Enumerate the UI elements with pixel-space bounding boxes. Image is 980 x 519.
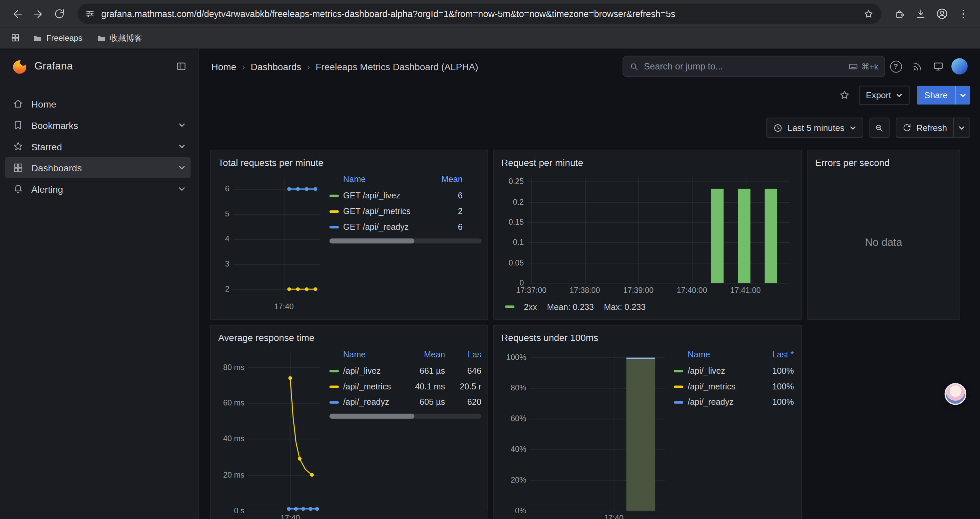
zoom-out-icon[interactable] [870, 118, 889, 137]
reload-icon[interactable] [49, 3, 70, 24]
extensions-icon[interactable] [889, 3, 910, 24]
panel-title[interactable]: Average response time [218, 332, 480, 344]
sidebar-item-bookmarks[interactable]: Bookmarks [5, 115, 191, 136]
series-name[interactable]: GET /api/_metrics [343, 206, 434, 216]
bookmark-star-icon[interactable] [863, 8, 874, 19]
search-icon [629, 62, 639, 71]
series-name[interactable]: /api/_livez [343, 366, 406, 375]
legend-col-name[interactable]: Name [674, 350, 761, 359]
browser-menu-icon[interactable]: ⋮ [953, 3, 974, 24]
series-name[interactable]: GET /api/_readyz [343, 222, 434, 232]
scrollbar-thumb[interactable] [329, 238, 415, 243]
legend-row[interactable]: /api/_readyz 100% [674, 394, 794, 410]
downloads-icon[interactable] [910, 3, 932, 24]
share-button[interactable]: Share [916, 86, 955, 105]
legend-horizontal-scrollbar[interactable] [329, 238, 481, 243]
series-name[interactable]: 2xx [524, 302, 537, 311]
bookmark-label: Freeleaps [46, 33, 83, 42]
panel-total-requests[interactable]: Total requests per minute 6543217:40 Nam… [210, 150, 488, 320]
legend-row[interactable]: /api/_metrics 40.1 ms 20.5 r [329, 379, 481, 394]
breadcrumb-dashboards[interactable]: Dashboards [251, 61, 302, 72]
bar-chart[interactable]: 0.250.20.150.10.05017:37:0017:38:0017:39… [501, 172, 794, 299]
legend-horizontal-scrollbar[interactable] [329, 414, 481, 419]
breadcrumb: Home › Dashboards › Freeleaps Metrics Da… [211, 61, 478, 72]
search-input[interactable]: Search or jump to... ⌘+k [623, 56, 885, 77]
legend-row[interactable]: GET /api/_livez 6 [329, 188, 481, 203]
display-icon[interactable] [928, 56, 949, 77]
sidebar-item-label: Home [31, 99, 56, 109]
series-name[interactable]: /api/_readyz [343, 398, 406, 407]
legend-header: Name Mean Las [329, 348, 481, 363]
legend-col-name[interactable]: Name [329, 350, 407, 359]
panel-title[interactable]: Requests under 100ms [501, 332, 794, 344]
series-name[interactable]: /api/_livez [687, 366, 761, 375]
back-icon[interactable] [6, 3, 28, 24]
legend-col-last[interactable]: Last * [762, 350, 794, 359]
series-mean: 2 [434, 206, 463, 216]
forward-icon[interactable] [27, 3, 49, 24]
series-name[interactable]: /api/_metrics [343, 382, 406, 391]
bar-chart[interactable]: 100%80%60%40%20%0%17:40 [501, 348, 669, 519]
dashboards-grid-icon [12, 162, 24, 173]
panel-errors-per-second[interactable]: Errors per second No data [807, 150, 960, 320]
chevron-down-icon[interactable] [178, 121, 185, 129]
timeseries-chart[interactable]: 80 ms60 ms40 ms20 ms0 s17:40 [218, 348, 325, 519]
series-name[interactable]: /api/_readyz [687, 398, 761, 407]
grafana-topnav: Home › Dashboards › Freeleaps Metrics Da… [199, 50, 980, 83]
export-button[interactable]: Export [859, 86, 909, 105]
floating-assistant-avatar[interactable] [945, 383, 967, 405]
legend-col-last[interactable]: Las [453, 350, 481, 359]
panel-title[interactable]: Errors per second [815, 156, 952, 169]
panel-request-per-minute[interactable]: Request per minute 0.250.20.150.10.05017… [493, 150, 802, 320]
address-bar[interactable]: grafana.mathmast.com/d/deytv4rwavabkb/fr… [77, 4, 881, 24]
panel-average-response-time[interactable]: Average response time 80 ms60 ms40 ms20 … [210, 325, 488, 519]
series-color-dash [329, 370, 339, 372]
time-controls: Last 5 minutes Refresh [199, 117, 980, 138]
bookmark-folder-blog[interactable]: 收藏博客 [91, 30, 148, 46]
series-name[interactable]: /api/_metrics [687, 382, 761, 391]
grafana-logo[interactable] [11, 58, 29, 75]
sidebar-item-home[interactable]: Home [5, 93, 191, 115]
profile-icon[interactable] [931, 3, 953, 24]
share-menu-chevron-icon[interactable] [955, 86, 970, 105]
legend-row[interactable]: /api/_livez 661 µs 646 [329, 363, 481, 379]
legend-row[interactable]: /api/_readyz 605 µs 620 [329, 394, 481, 410]
legend-row[interactable]: /api/_livez 100% [674, 363, 794, 379]
dock-sidebar-icon[interactable] [173, 58, 189, 75]
refresh-interval-chevron-icon[interactable] [953, 118, 970, 137]
site-info-icon[interactable] [85, 9, 95, 19]
panel-title[interactable]: Total requests per minute [218, 156, 480, 169]
sidebar-item-dashboards[interactable]: Dashboards [5, 157, 191, 178]
sidebar-item-alerting[interactable]: Alerting [5, 178, 191, 200]
legend-col-mean[interactable]: Mean [406, 350, 445, 359]
panel-title[interactable]: Request per minute [501, 156, 794, 169]
time-range-picker[interactable]: Last 5 minutes [766, 118, 863, 137]
legend-row[interactable]: GET /api/_readyz 6 [329, 219, 481, 235]
legend-row[interactable]: /api/_metrics 100% [674, 379, 794, 394]
folder-icon [32, 33, 42, 43]
user-avatar[interactable] [951, 58, 968, 75]
chevron-down-icon[interactable] [178, 143, 185, 150]
favorite-star-icon[interactable] [838, 88, 851, 102]
panel-requests-under-100ms[interactable]: Requests under 100ms 100%80%60%40%20%0%1… [493, 325, 802, 519]
url-text[interactable]: grafana.mathmast.com/d/deytv4rwavabkb/fr… [102, 9, 857, 19]
sidebar-item-starred[interactable]: Starred [5, 136, 191, 157]
help-icon[interactable]: ? [885, 56, 907, 77]
timeseries-chart[interactable]: 6543217:40 [218, 172, 325, 315]
chevron-down-icon[interactable] [178, 164, 185, 171]
legend-col-name[interactable]: Name [329, 175, 434, 184]
series-mean: 6 [434, 222, 463, 232]
scrollbar-thumb[interactable] [329, 414, 415, 419]
series-color-dash [674, 385, 683, 387]
refresh-button[interactable]: Refresh [896, 118, 953, 137]
bookmark-folder-freeleaps[interactable]: Freeleaps [27, 30, 88, 46]
apps-grid-icon[interactable] [6, 29, 24, 46]
breadcrumb-home[interactable]: Home [211, 61, 236, 72]
legend-row[interactable]: GET /api/_metrics 2 [329, 203, 481, 219]
series-name[interactable]: GET /api/_livez [343, 191, 434, 200]
chevron-down-icon[interactable] [178, 185, 185, 193]
home-icon [12, 98, 24, 110]
news-rss-icon[interactable] [906, 56, 928, 77]
legend-col-mean[interactable]: Mean [434, 175, 463, 184]
bookmarks-bar: Freeleaps 收藏博客 [0, 27, 980, 49]
